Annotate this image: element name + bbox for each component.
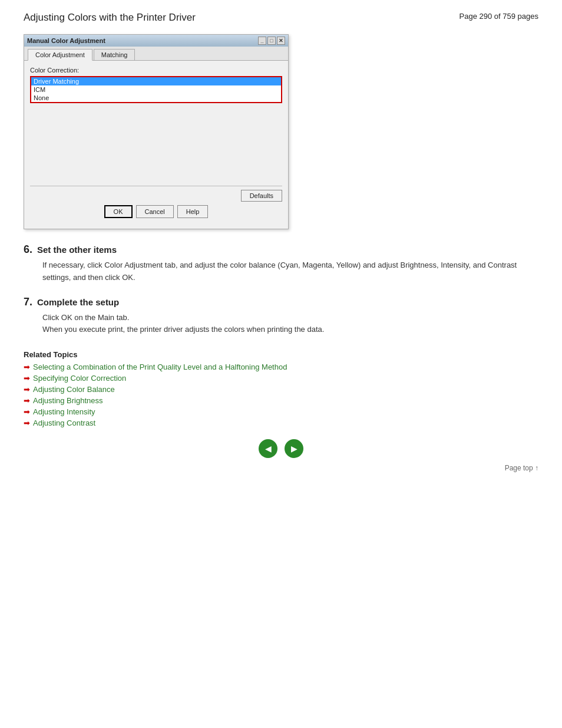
maximize-button[interactable]: □ (267, 37, 276, 45)
tab-matching[interactable]: Matching (94, 49, 135, 60)
related-link-5[interactable]: ➡ Adjusting Contrast (24, 419, 538, 427)
prev-button[interactable]: ◀ (259, 439, 277, 458)
related-link-2[interactable]: ➡ Adjusting Color Balance (24, 385, 538, 394)
page-header: Adjusting Colors with the Printer Driver… (24, 12, 538, 24)
related-topics-heading: Related Topics (24, 350, 538, 359)
page-title: Adjusting Colors with the Printer Driver (24, 12, 196, 24)
arrow-icon-1: ➡ (24, 374, 30, 383)
step-6-body: If necessary, click Color Adjustment tab… (24, 259, 538, 284)
related-link-4[interactable]: ➡ Adjusting Intensity (24, 407, 538, 416)
arrow-icon-4: ➡ (24, 407, 30, 416)
related-link-3[interactable]: ➡ Adjusting Brightness (24, 396, 538, 405)
related-link-text-1: Specifying Color Correction (33, 374, 126, 383)
page-top-text: Page top ↑ (505, 464, 538, 472)
step-6-heading: 6. Set the other items (24, 243, 538, 256)
related-link-text-2: Adjusting Color Balance (33, 385, 115, 394)
step-6-title: Set the other items (37, 245, 117, 255)
color-correction-label: Color Correction: (30, 67, 282, 74)
minimize-button[interactable]: _ (258, 37, 266, 45)
arrow-icon-3: ➡ (24, 396, 30, 405)
page-top[interactable]: Page top ↑ (24, 464, 538, 472)
step-6-text: If necessary, click Color Adjustment tab… (42, 261, 517, 282)
listbox-item-icm[interactable]: ICM (31, 85, 281, 94)
titlebar-buttons: _ □ ✕ (258, 37, 285, 45)
dialog-window: Manual Color Adjustment _ □ ✕ Color Adju… (24, 34, 289, 229)
close-button[interactable]: ✕ (277, 37, 285, 45)
dialog-container: Manual Color Adjustment _ □ ✕ Color Adju… (24, 34, 538, 229)
next-button[interactable]: ▶ (285, 439, 303, 458)
step-6-section: 6. Set the other items If necessary, cli… (24, 243, 538, 284)
step-7-heading: 7. Complete the setup (24, 296, 538, 308)
defaults-button[interactable]: Defaults (241, 190, 282, 202)
tab-color-adjustment[interactable]: Color Adjustment (28, 49, 92, 61)
related-link-text-5: Adjusting Contrast (33, 419, 95, 427)
listbox-item-none[interactable]: None (31, 94, 281, 102)
arrow-icon-0: ➡ (24, 363, 30, 371)
arrow-icon-2: ➡ (24, 385, 30, 394)
dialog-footer-defaults: Defaults (30, 186, 282, 202)
step-7-body: Click OK on the Main tab. When you execu… (24, 312, 538, 337)
nav-arrows: ◀ ▶ (24, 439, 538, 458)
dialog-titlebar: Manual Color Adjustment _ □ ✕ (24, 35, 288, 47)
listbox-item-driver-matching[interactable]: Driver Matching (31, 77, 281, 85)
dialog-body: Color Correction: Driver Matching ICM No… (24, 61, 288, 229)
color-correction-listbox[interactable]: Driver Matching ICM None (30, 76, 282, 103)
dialog-footer-buttons: OK Cancel Help (30, 205, 282, 223)
pagination: Page 290 of 759 pages (459, 12, 538, 21)
related-link-text-4: Adjusting Intensity (33, 407, 95, 416)
step-7-title: Complete the setup (37, 297, 119, 307)
related-link-0[interactable]: ➡ Selecting a Combination of the Print Q… (24, 363, 538, 371)
related-topics: Related Topics ➡ Selecting a Combination… (24, 350, 538, 427)
related-link-text-3: Adjusting Brightness (33, 396, 103, 405)
step-7-line1: Click OK on the Main tab. (42, 312, 538, 324)
dialog-spacer (30, 109, 282, 186)
step-7-number: 7. (24, 296, 32, 308)
step-6-number: 6. (24, 243, 32, 256)
related-link-1[interactable]: ➡ Specifying Color Correction (24, 374, 538, 383)
dialog-tabs: Color Adjustment Matching (24, 47, 288, 61)
step-7-section: 7. Complete the setup Click OK on the Ma… (24, 296, 538, 337)
help-button[interactable]: Help (177, 205, 209, 218)
related-link-text-0: Selecting a Combination of the Print Qua… (33, 363, 287, 371)
dialog-title: Manual Color Adjustment (27, 37, 105, 44)
arrow-icon-5: ➡ (24, 419, 30, 427)
step-7-line2: When you execute print, the printer driv… (42, 324, 538, 336)
cancel-button[interactable]: Cancel (136, 205, 174, 218)
ok-button[interactable]: OK (104, 205, 133, 218)
